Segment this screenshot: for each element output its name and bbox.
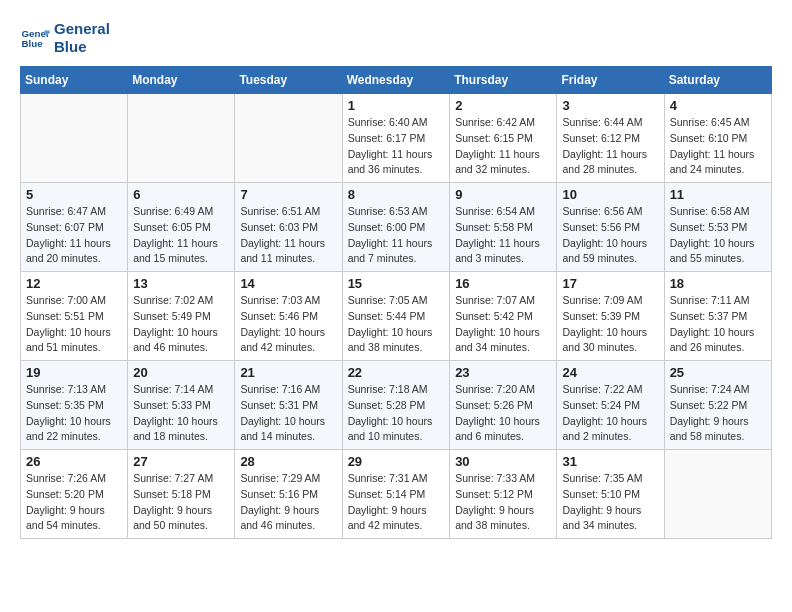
day-number: 19	[26, 365, 122, 380]
day-number: 14	[240, 276, 336, 291]
day-number: 4	[670, 98, 766, 113]
day-number: 23	[455, 365, 551, 380]
day-number: 13	[133, 276, 229, 291]
calendar-cell	[235, 94, 342, 183]
calendar-cell: 25Sunrise: 7:24 AM Sunset: 5:22 PM Dayli…	[664, 361, 771, 450]
day-number: 24	[562, 365, 658, 380]
day-info: Sunrise: 6:47 AM Sunset: 6:07 PM Dayligh…	[26, 204, 122, 267]
calendar-cell: 3Sunrise: 6:44 AM Sunset: 6:12 PM Daylig…	[557, 94, 664, 183]
day-info: Sunrise: 6:56 AM Sunset: 5:56 PM Dayligh…	[562, 204, 658, 267]
svg-text:Blue: Blue	[22, 38, 44, 49]
calendar-week-row: 12Sunrise: 7:00 AM Sunset: 5:51 PM Dayli…	[21, 272, 772, 361]
calendar-cell: 28Sunrise: 7:29 AM Sunset: 5:16 PM Dayli…	[235, 450, 342, 539]
logo-text: General	[54, 20, 110, 38]
weekday-header: Monday	[128, 67, 235, 94]
day-number: 18	[670, 276, 766, 291]
day-number: 12	[26, 276, 122, 291]
weekday-header: Wednesday	[342, 67, 450, 94]
day-number: 22	[348, 365, 445, 380]
day-number: 7	[240, 187, 336, 202]
logo-text2: Blue	[54, 38, 110, 56]
day-info: Sunrise: 7:09 AM Sunset: 5:39 PM Dayligh…	[562, 293, 658, 356]
calendar-cell: 19Sunrise: 7:13 AM Sunset: 5:35 PM Dayli…	[21, 361, 128, 450]
calendar-cell: 11Sunrise: 6:58 AM Sunset: 5:53 PM Dayli…	[664, 183, 771, 272]
day-number: 17	[562, 276, 658, 291]
day-number: 25	[670, 365, 766, 380]
day-info: Sunrise: 7:18 AM Sunset: 5:28 PM Dayligh…	[348, 382, 445, 445]
day-info: Sunrise: 7:22 AM Sunset: 5:24 PM Dayligh…	[562, 382, 658, 445]
calendar-cell: 10Sunrise: 6:56 AM Sunset: 5:56 PM Dayli…	[557, 183, 664, 272]
calendar-cell: 17Sunrise: 7:09 AM Sunset: 5:39 PM Dayli…	[557, 272, 664, 361]
logo: General Blue General Blue	[20, 20, 110, 56]
day-info: Sunrise: 7:11 AM Sunset: 5:37 PM Dayligh…	[670, 293, 766, 356]
calendar-week-row: 26Sunrise: 7:26 AM Sunset: 5:20 PM Dayli…	[21, 450, 772, 539]
calendar-cell: 22Sunrise: 7:18 AM Sunset: 5:28 PM Dayli…	[342, 361, 450, 450]
calendar-cell: 16Sunrise: 7:07 AM Sunset: 5:42 PM Dayli…	[450, 272, 557, 361]
calendar-cell: 26Sunrise: 7:26 AM Sunset: 5:20 PM Dayli…	[21, 450, 128, 539]
calendar-cell: 15Sunrise: 7:05 AM Sunset: 5:44 PM Dayli…	[342, 272, 450, 361]
calendar-cell: 6Sunrise: 6:49 AM Sunset: 6:05 PM Daylig…	[128, 183, 235, 272]
day-info: Sunrise: 7:29 AM Sunset: 5:16 PM Dayligh…	[240, 471, 336, 534]
weekday-header: Thursday	[450, 67, 557, 94]
day-number: 21	[240, 365, 336, 380]
page-header: General Blue General Blue	[20, 20, 772, 56]
day-info: Sunrise: 7:16 AM Sunset: 5:31 PM Dayligh…	[240, 382, 336, 445]
weekday-header-row: SundayMondayTuesdayWednesdayThursdayFrid…	[21, 67, 772, 94]
day-number: 3	[562, 98, 658, 113]
day-info: Sunrise: 6:42 AM Sunset: 6:15 PM Dayligh…	[455, 115, 551, 178]
day-number: 6	[133, 187, 229, 202]
day-number: 9	[455, 187, 551, 202]
calendar-cell: 14Sunrise: 7:03 AM Sunset: 5:46 PM Dayli…	[235, 272, 342, 361]
calendar-cell: 30Sunrise: 7:33 AM Sunset: 5:12 PM Dayli…	[450, 450, 557, 539]
day-info: Sunrise: 7:13 AM Sunset: 5:35 PM Dayligh…	[26, 382, 122, 445]
day-number: 8	[348, 187, 445, 202]
calendar-cell: 29Sunrise: 7:31 AM Sunset: 5:14 PM Dayli…	[342, 450, 450, 539]
day-number: 28	[240, 454, 336, 469]
day-info: Sunrise: 6:40 AM Sunset: 6:17 PM Dayligh…	[348, 115, 445, 178]
weekday-header: Tuesday	[235, 67, 342, 94]
calendar-cell: 24Sunrise: 7:22 AM Sunset: 5:24 PM Dayli…	[557, 361, 664, 450]
day-info: Sunrise: 7:05 AM Sunset: 5:44 PM Dayligh…	[348, 293, 445, 356]
day-info: Sunrise: 7:33 AM Sunset: 5:12 PM Dayligh…	[455, 471, 551, 534]
logo-icon: General Blue	[20, 23, 50, 53]
calendar-cell: 4Sunrise: 6:45 AM Sunset: 6:10 PM Daylig…	[664, 94, 771, 183]
calendar-week-row: 1Sunrise: 6:40 AM Sunset: 6:17 PM Daylig…	[21, 94, 772, 183]
calendar-cell: 27Sunrise: 7:27 AM Sunset: 5:18 PM Dayli…	[128, 450, 235, 539]
day-info: Sunrise: 6:51 AM Sunset: 6:03 PM Dayligh…	[240, 204, 336, 267]
calendar-cell: 9Sunrise: 6:54 AM Sunset: 5:58 PM Daylig…	[450, 183, 557, 272]
day-number: 10	[562, 187, 658, 202]
calendar-cell: 13Sunrise: 7:02 AM Sunset: 5:49 PM Dayli…	[128, 272, 235, 361]
day-info: Sunrise: 6:53 AM Sunset: 6:00 PM Dayligh…	[348, 204, 445, 267]
calendar-cell: 2Sunrise: 6:42 AM Sunset: 6:15 PM Daylig…	[450, 94, 557, 183]
day-info: Sunrise: 7:31 AM Sunset: 5:14 PM Dayligh…	[348, 471, 445, 534]
day-number: 15	[348, 276, 445, 291]
calendar-cell: 23Sunrise: 7:20 AM Sunset: 5:26 PM Dayli…	[450, 361, 557, 450]
calendar-table: SundayMondayTuesdayWednesdayThursdayFrid…	[20, 66, 772, 539]
day-info: Sunrise: 6:54 AM Sunset: 5:58 PM Dayligh…	[455, 204, 551, 267]
day-number: 2	[455, 98, 551, 113]
day-info: Sunrise: 7:07 AM Sunset: 5:42 PM Dayligh…	[455, 293, 551, 356]
weekday-header: Sunday	[21, 67, 128, 94]
day-info: Sunrise: 6:45 AM Sunset: 6:10 PM Dayligh…	[670, 115, 766, 178]
day-info: Sunrise: 6:58 AM Sunset: 5:53 PM Dayligh…	[670, 204, 766, 267]
calendar-cell: 8Sunrise: 6:53 AM Sunset: 6:00 PM Daylig…	[342, 183, 450, 272]
day-info: Sunrise: 7:03 AM Sunset: 5:46 PM Dayligh…	[240, 293, 336, 356]
calendar-cell: 20Sunrise: 7:14 AM Sunset: 5:33 PM Dayli…	[128, 361, 235, 450]
day-number: 31	[562, 454, 658, 469]
day-number: 30	[455, 454, 551, 469]
day-number: 29	[348, 454, 445, 469]
day-info: Sunrise: 7:20 AM Sunset: 5:26 PM Dayligh…	[455, 382, 551, 445]
day-number: 27	[133, 454, 229, 469]
day-number: 26	[26, 454, 122, 469]
day-info: Sunrise: 7:24 AM Sunset: 5:22 PM Dayligh…	[670, 382, 766, 445]
calendar-cell	[21, 94, 128, 183]
day-info: Sunrise: 7:02 AM Sunset: 5:49 PM Dayligh…	[133, 293, 229, 356]
calendar-cell	[128, 94, 235, 183]
calendar-cell: 21Sunrise: 7:16 AM Sunset: 5:31 PM Dayli…	[235, 361, 342, 450]
day-info: Sunrise: 7:27 AM Sunset: 5:18 PM Dayligh…	[133, 471, 229, 534]
day-number: 16	[455, 276, 551, 291]
day-info: Sunrise: 7:35 AM Sunset: 5:10 PM Dayligh…	[562, 471, 658, 534]
calendar-cell: 31Sunrise: 7:35 AM Sunset: 5:10 PM Dayli…	[557, 450, 664, 539]
day-number: 1	[348, 98, 445, 113]
calendar-cell	[664, 450, 771, 539]
